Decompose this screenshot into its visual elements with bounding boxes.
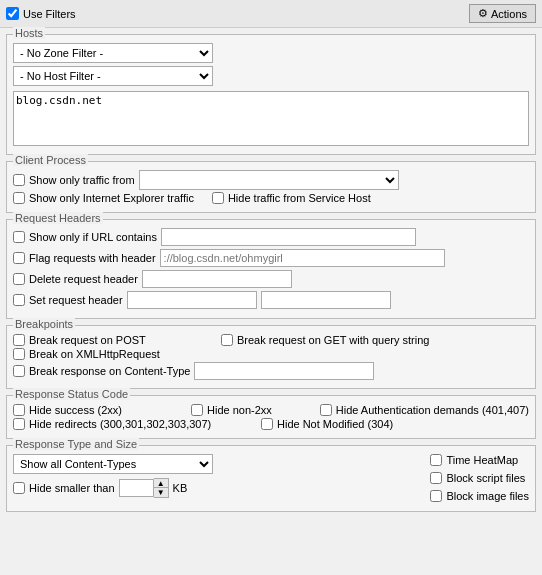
block-image-row: Block image files [430,490,529,502]
show-only-traffic-row: Show only traffic from [13,170,529,190]
block-script-label: Block script files [446,472,525,484]
spinner-buttons[interactable]: ▲ ▼ [154,478,169,498]
hide-smaller-checkbox[interactable] [13,482,25,494]
hide-success-label: Hide success (2xx) [29,404,122,416]
top-bar: Use Filters ⚙ Actions [0,0,542,28]
hide-non2xx-label: Hide non-2xx [207,404,272,416]
break-get-query-checkbox[interactable] [221,334,233,346]
use-filters-label: Use Filters [6,7,76,20]
ie-traffic-label: Show only Internet Explorer traffic [29,192,194,204]
breakpoints-section: Breakpoints Break request on POST Break … [6,325,536,389]
response-status-row1: Hide success (2xx) Hide non-2xx Hide Aut… [13,404,529,416]
hide-auth-label: Hide Authentication demands (401,407) [336,404,529,416]
hide-auth-checkbox[interactable] [320,404,332,416]
response-type-content: Show all Content-Types Hide smaller than… [13,454,529,505]
request-headers-section-title: Request Headers [13,212,103,224]
delete-header-input[interactable] [142,270,292,288]
zone-filter-select[interactable]: - No Zone Filter - [13,43,213,63]
break-get-query-label: Break request on GET with query string [237,334,429,346]
spinner-up[interactable]: ▲ [154,479,168,488]
content-types-select[interactable]: Show all Content-Types [13,454,213,474]
hide-smaller-row: Hide smaller than 1 ▲ ▼ KB [13,478,420,498]
hide-non2xx-checkbox[interactable] [191,404,203,416]
show-only-traffic-checkbox[interactable] [13,174,25,186]
breakpoints-section-title: Breakpoints [13,318,75,330]
show-only-traffic-label: Show only traffic from [29,174,135,186]
flag-requests-label: Flag requests with header [29,252,156,264]
break-post-checkbox[interactable] [13,334,25,346]
set-header-name-input[interactable] [127,291,257,309]
time-heatmap-label: Time HeatMap [446,454,518,466]
flag-requests-row: Flag requests with header [13,249,529,267]
break-xml-label: Break on XMLHttpRequest [29,348,160,360]
block-script-checkbox[interactable] [430,472,442,484]
actions-icon: ⚙ [478,7,488,20]
response-type-section: Response Type and Size Show all Content-… [6,445,536,512]
actions-button[interactable]: ⚙ Actions [469,4,536,23]
block-image-checkbox[interactable] [430,490,442,502]
set-header-checkbox[interactable] [13,294,25,306]
client-process-section-title: Client Process [13,154,88,166]
time-heatmap-row: Time HeatMap [430,454,529,466]
show-only-traffic-select[interactable] [139,170,399,190]
request-headers-section: Request Headers Show only if URL contain… [6,219,536,319]
break-post-label: Break request on POST [29,334,146,346]
break-response-row: Break response on Content-Type [13,362,529,380]
flag-header-input[interactable] [160,249,445,267]
hosts-textarea[interactable]: blog.csdn.net [13,91,529,146]
ie-traffic-checkbox[interactable] [13,192,25,204]
break-response-checkbox[interactable] [13,365,25,377]
response-status-row2: Hide redirects (300,301,302,303,307) Hid… [13,418,529,430]
url-contains-input[interactable] [161,228,416,246]
hide-service-host-label: Hide traffic from Service Host [228,192,371,204]
hide-redirects-checkbox[interactable] [13,418,25,430]
break-xml-row: Break on XMLHttpRequest [13,348,529,360]
delete-request-header-row: Delete request header [13,270,529,288]
delete-header-checkbox[interactable] [13,273,25,285]
flag-requests-checkbox[interactable] [13,252,25,264]
response-type-left: Show all Content-Types Hide smaller than… [13,454,420,501]
hosts-section-title: Hosts [13,27,45,39]
hide-success-checkbox[interactable] [13,404,25,416]
hide-service-host-checkbox[interactable] [212,192,224,204]
hide-not-modified-label: Hide Not Modified (304) [277,418,393,430]
response-status-title: Response Status Code [13,388,130,400]
show-only-url-row: Show only if URL contains [13,228,529,246]
actions-label: Actions [491,8,527,20]
set-header-label: Set request header [29,294,123,306]
block-script-row: Block script files [430,472,529,484]
size-unit-label: KB [173,482,188,494]
response-status-section: Response Status Code Hide success (2xx) … [6,395,536,439]
show-only-url-label: Show only if URL contains [29,231,157,243]
set-header-value-input[interactable] [261,291,391,309]
break-response-label: Break response on Content-Type [29,365,190,377]
delete-header-label: Delete request header [29,273,138,285]
hide-redirects-label: Hide redirects (300,301,302,303,307) [29,418,211,430]
ie-traffic-row: Show only Internet Explorer traffic Hide… [13,192,529,204]
response-type-title: Response Type and Size [13,438,139,450]
hide-smaller-label: Hide smaller than [29,482,115,494]
hide-not-modified-checkbox[interactable] [261,418,273,430]
use-filters-checkbox[interactable] [6,7,19,20]
block-image-label: Block image files [446,490,529,502]
use-filters-text: Use Filters [23,8,76,20]
breakpoints-row1: Break request on POST Break request on G… [13,334,529,346]
size-value-input[interactable]: 1 [119,479,154,497]
response-type-right: Time HeatMap Block script files Block im… [430,454,529,505]
spinner-down[interactable]: ▼ [154,488,168,497]
size-spinner: 1 ▲ ▼ [119,478,169,498]
show-only-url-checkbox[interactable] [13,231,25,243]
break-xml-checkbox[interactable] [13,348,25,360]
host-filter-select[interactable]: - No Host Filter - [13,66,213,86]
time-heatmap-checkbox[interactable] [430,454,442,466]
hosts-section: Hosts - No Zone Filter - - No Host Filte… [6,34,536,155]
break-response-input[interactable] [194,362,374,380]
client-process-section: Client Process Show only traffic from Sh… [6,161,536,213]
set-request-header-row: Set request header [13,291,529,309]
